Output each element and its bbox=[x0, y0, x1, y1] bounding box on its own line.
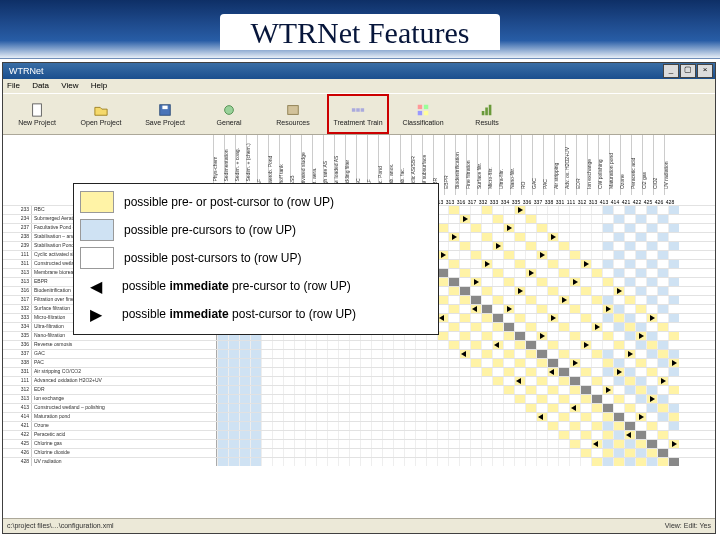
matrix-cell[interactable] bbox=[382, 431, 393, 439]
matrix-cell[interactable] bbox=[492, 449, 503, 457]
matrix-cell[interactable] bbox=[624, 458, 635, 466]
matrix-cell[interactable] bbox=[492, 242, 503, 250]
matrix-cell[interactable] bbox=[327, 377, 338, 385]
matrix-cell[interactable] bbox=[470, 449, 481, 457]
matrix-cell[interactable] bbox=[294, 368, 305, 376]
matrix-cell[interactable] bbox=[668, 251, 679, 259]
matrix-cell[interactable] bbox=[305, 413, 316, 421]
matrix-cell[interactable] bbox=[470, 440, 481, 448]
matrix-cell[interactable] bbox=[437, 404, 448, 412]
matrix-cell[interactable] bbox=[591, 413, 602, 421]
matrix-cell[interactable] bbox=[525, 440, 536, 448]
matrix-cell[interactable] bbox=[591, 305, 602, 313]
matrix-cell[interactable] bbox=[481, 242, 492, 250]
matrix-cell[interactable] bbox=[327, 395, 338, 403]
matrix-cell[interactable] bbox=[547, 395, 558, 403]
matrix-cell[interactable] bbox=[492, 332, 503, 340]
matrix-cell[interactable] bbox=[613, 332, 624, 340]
matrix-cell[interactable] bbox=[657, 422, 668, 430]
matrix-cell[interactable] bbox=[580, 413, 591, 421]
matrix-cell[interactable] bbox=[470, 359, 481, 367]
matrix-cell[interactable] bbox=[415, 368, 426, 376]
matrix-cell[interactable] bbox=[558, 305, 569, 313]
menu-view[interactable]: View bbox=[61, 81, 78, 90]
matrix-cell[interactable] bbox=[283, 341, 294, 349]
matrix-cell[interactable] bbox=[327, 431, 338, 439]
matrix-cell[interactable] bbox=[470, 413, 481, 421]
matrix-cell[interactable] bbox=[470, 422, 481, 430]
matrix-cell[interactable] bbox=[503, 431, 514, 439]
matrix-cell[interactable] bbox=[536, 206, 547, 214]
matrix-cell[interactable] bbox=[470, 278, 481, 286]
matrix-cell[interactable] bbox=[646, 413, 657, 421]
matrix-cell[interactable] bbox=[261, 404, 272, 412]
matrix-cell[interactable] bbox=[261, 377, 272, 385]
matrix-cell[interactable] bbox=[635, 251, 646, 259]
matrix-cell[interactable] bbox=[602, 314, 613, 322]
matrix-cell[interactable] bbox=[503, 269, 514, 277]
matrix-cell[interactable] bbox=[558, 377, 569, 385]
matrix-cell[interactable] bbox=[492, 278, 503, 286]
matrix-cell[interactable] bbox=[404, 350, 415, 358]
matrix-cell[interactable] bbox=[338, 386, 349, 394]
matrix-cell[interactable] bbox=[525, 332, 536, 340]
matrix-cell[interactable] bbox=[602, 296, 613, 304]
matrix-cell[interactable] bbox=[492, 269, 503, 277]
matrix-cell[interactable] bbox=[657, 458, 668, 466]
matrix-cell[interactable] bbox=[283, 377, 294, 385]
matrix-cell[interactable] bbox=[525, 359, 536, 367]
matrix-cell[interactable] bbox=[514, 413, 525, 421]
matrix-cell[interactable] bbox=[613, 422, 624, 430]
matrix-cell[interactable] bbox=[393, 404, 404, 412]
matrix-cell[interactable] bbox=[481, 404, 492, 412]
matrix-cell[interactable] bbox=[481, 224, 492, 232]
matrix-cell[interactable] bbox=[602, 341, 613, 349]
matrix-cell[interactable] bbox=[371, 431, 382, 439]
matrix-cell[interactable] bbox=[503, 377, 514, 385]
matrix-cell[interactable] bbox=[613, 449, 624, 457]
matrix-cell[interactable] bbox=[646, 215, 657, 223]
matrix-cell[interactable] bbox=[448, 332, 459, 340]
matrix-cell[interactable] bbox=[228, 377, 239, 385]
matrix-cell[interactable] bbox=[602, 242, 613, 250]
matrix-cell[interactable] bbox=[569, 386, 580, 394]
matrix-cell[interactable] bbox=[426, 377, 437, 385]
matrix-cell[interactable] bbox=[657, 377, 668, 385]
matrix-cell[interactable] bbox=[514, 332, 525, 340]
matrix-cell[interactable] bbox=[481, 206, 492, 214]
matrix-cell[interactable] bbox=[228, 404, 239, 412]
matrix-cell[interactable] bbox=[547, 323, 558, 331]
matrix-cell[interactable] bbox=[459, 332, 470, 340]
matrix-cell[interactable] bbox=[536, 359, 547, 367]
matrix-cell[interactable] bbox=[415, 449, 426, 457]
matrix-cell[interactable] bbox=[624, 305, 635, 313]
matrix-cell[interactable] bbox=[382, 413, 393, 421]
matrix-cell[interactable] bbox=[514, 422, 525, 430]
matrix-cell[interactable] bbox=[514, 431, 525, 439]
matrix-cell[interactable] bbox=[481, 332, 492, 340]
matrix-cell[interactable] bbox=[657, 278, 668, 286]
matrix-cell[interactable] bbox=[250, 422, 261, 430]
matrix-cell[interactable] bbox=[382, 422, 393, 430]
matrix-cell[interactable] bbox=[283, 422, 294, 430]
matrix-cell[interactable] bbox=[624, 413, 635, 421]
matrix-cell[interactable] bbox=[437, 395, 448, 403]
matrix-cell[interactable] bbox=[492, 206, 503, 214]
matrix-cell[interactable] bbox=[646, 440, 657, 448]
matrix-cell[interactable] bbox=[547, 233, 558, 241]
matrix-cell[interactable] bbox=[646, 332, 657, 340]
toolbar-resources[interactable]: Resources bbox=[263, 95, 323, 133]
matrix-cell[interactable] bbox=[448, 449, 459, 457]
matrix-cell[interactable] bbox=[349, 359, 360, 367]
matrix-cell[interactable] bbox=[327, 341, 338, 349]
matrix-cell[interactable] bbox=[525, 287, 536, 295]
matrix-cell[interactable] bbox=[668, 314, 679, 322]
matrix-cell[interactable] bbox=[503, 404, 514, 412]
matrix-cell[interactable] bbox=[602, 431, 613, 439]
matrix-cell[interactable] bbox=[635, 350, 646, 358]
matrix-cell[interactable] bbox=[217, 440, 228, 448]
matrix-cell[interactable] bbox=[437, 413, 448, 421]
matrix-cell[interactable] bbox=[239, 458, 250, 466]
close-button[interactable]: × bbox=[697, 64, 713, 78]
matrix-cell[interactable] bbox=[536, 269, 547, 277]
